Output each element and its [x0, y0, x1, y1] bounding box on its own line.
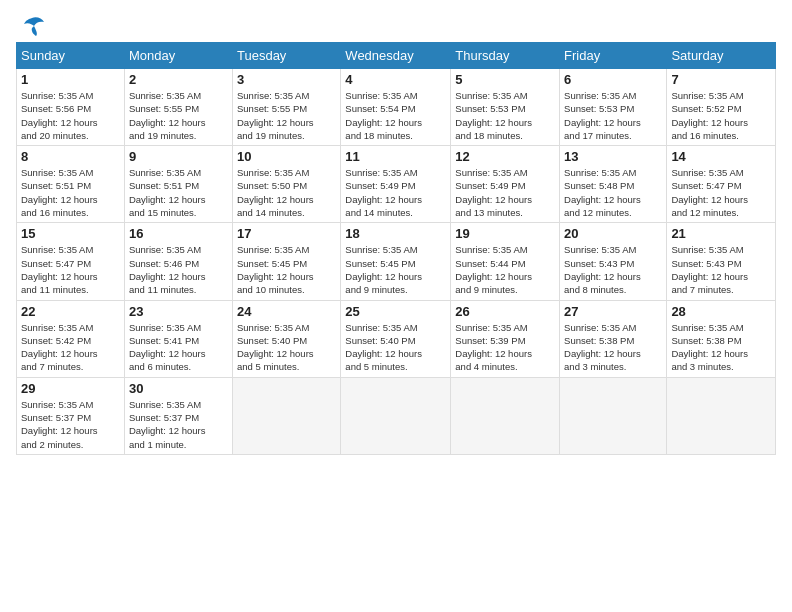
day-info: Sunrise: 5:35 AM Sunset: 5:45 PM Dayligh…	[345, 243, 446, 296]
logo	[16, 16, 46, 34]
day-info: Sunrise: 5:35 AM Sunset: 5:38 PM Dayligh…	[671, 321, 771, 374]
header-friday: Friday	[560, 43, 667, 69]
day-info: Sunrise: 5:35 AM Sunset: 5:37 PM Dayligh…	[21, 398, 120, 451]
day-number: 14	[671, 149, 771, 164]
header-sunday: Sunday	[17, 43, 125, 69]
day-info: Sunrise: 5:35 AM Sunset: 5:49 PM Dayligh…	[345, 166, 446, 219]
day-number: 3	[237, 72, 336, 87]
day-number: 20	[564, 226, 662, 241]
day-info: Sunrise: 5:35 AM Sunset: 5:39 PM Dayligh…	[455, 321, 555, 374]
day-number: 18	[345, 226, 446, 241]
day-cell: 29Sunrise: 5:35 AM Sunset: 5:37 PM Dayli…	[17, 377, 125, 454]
day-number: 21	[671, 226, 771, 241]
day-cell: 26Sunrise: 5:35 AM Sunset: 5:39 PM Dayli…	[451, 300, 560, 377]
day-cell: 27Sunrise: 5:35 AM Sunset: 5:38 PM Dayli…	[560, 300, 667, 377]
day-cell: 11Sunrise: 5:35 AM Sunset: 5:49 PM Dayli…	[341, 146, 451, 223]
day-number: 15	[21, 226, 120, 241]
day-number: 26	[455, 304, 555, 319]
day-cell: 14Sunrise: 5:35 AM Sunset: 5:47 PM Dayli…	[667, 146, 776, 223]
day-cell: 9Sunrise: 5:35 AM Sunset: 5:51 PM Daylig…	[124, 146, 232, 223]
day-info: Sunrise: 5:35 AM Sunset: 5:45 PM Dayligh…	[237, 243, 336, 296]
day-cell: 16Sunrise: 5:35 AM Sunset: 5:46 PM Dayli…	[124, 223, 232, 300]
day-cell: 13Sunrise: 5:35 AM Sunset: 5:48 PM Dayli…	[560, 146, 667, 223]
day-cell: 19Sunrise: 5:35 AM Sunset: 5:44 PM Dayli…	[451, 223, 560, 300]
week-row-1: 1Sunrise: 5:35 AM Sunset: 5:56 PM Daylig…	[17, 69, 776, 146]
day-cell: 3Sunrise: 5:35 AM Sunset: 5:55 PM Daylig…	[232, 69, 340, 146]
day-cell: 10Sunrise: 5:35 AM Sunset: 5:50 PM Dayli…	[232, 146, 340, 223]
day-number: 10	[237, 149, 336, 164]
day-cell	[232, 377, 340, 454]
day-number: 23	[129, 304, 228, 319]
logo-bird-icon	[18, 16, 46, 38]
day-info: Sunrise: 5:35 AM Sunset: 5:52 PM Dayligh…	[671, 89, 771, 142]
day-number: 8	[21, 149, 120, 164]
day-cell: 5Sunrise: 5:35 AM Sunset: 5:53 PM Daylig…	[451, 69, 560, 146]
day-cell: 28Sunrise: 5:35 AM Sunset: 5:38 PM Dayli…	[667, 300, 776, 377]
day-cell: 24Sunrise: 5:35 AM Sunset: 5:40 PM Dayli…	[232, 300, 340, 377]
day-info: Sunrise: 5:35 AM Sunset: 5:53 PM Dayligh…	[564, 89, 662, 142]
day-number: 2	[129, 72, 228, 87]
day-number: 5	[455, 72, 555, 87]
day-info: Sunrise: 5:35 AM Sunset: 5:49 PM Dayligh…	[455, 166, 555, 219]
week-row-2: 8Sunrise: 5:35 AM Sunset: 5:51 PM Daylig…	[17, 146, 776, 223]
day-cell: 20Sunrise: 5:35 AM Sunset: 5:43 PM Dayli…	[560, 223, 667, 300]
day-info: Sunrise: 5:35 AM Sunset: 5:43 PM Dayligh…	[564, 243, 662, 296]
day-number: 4	[345, 72, 446, 87]
day-info: Sunrise: 5:35 AM Sunset: 5:47 PM Dayligh…	[671, 166, 771, 219]
day-cell: 25Sunrise: 5:35 AM Sunset: 5:40 PM Dayli…	[341, 300, 451, 377]
day-number: 11	[345, 149, 446, 164]
day-number: 6	[564, 72, 662, 87]
day-info: Sunrise: 5:35 AM Sunset: 5:37 PM Dayligh…	[129, 398, 228, 451]
header-saturday: Saturday	[667, 43, 776, 69]
day-number: 29	[21, 381, 120, 396]
header-tuesday: Tuesday	[232, 43, 340, 69]
header-wednesday: Wednesday	[341, 43, 451, 69]
day-info: Sunrise: 5:35 AM Sunset: 5:43 PM Dayligh…	[671, 243, 771, 296]
calendar-header-row: SundayMondayTuesdayWednesdayThursdayFrid…	[17, 43, 776, 69]
day-cell: 8Sunrise: 5:35 AM Sunset: 5:51 PM Daylig…	[17, 146, 125, 223]
day-cell: 2Sunrise: 5:35 AM Sunset: 5:55 PM Daylig…	[124, 69, 232, 146]
day-number: 25	[345, 304, 446, 319]
day-info: Sunrise: 5:35 AM Sunset: 5:51 PM Dayligh…	[21, 166, 120, 219]
day-cell: 4Sunrise: 5:35 AM Sunset: 5:54 PM Daylig…	[341, 69, 451, 146]
day-cell: 17Sunrise: 5:35 AM Sunset: 5:45 PM Dayli…	[232, 223, 340, 300]
day-info: Sunrise: 5:35 AM Sunset: 5:46 PM Dayligh…	[129, 243, 228, 296]
day-info: Sunrise: 5:35 AM Sunset: 5:55 PM Dayligh…	[237, 89, 336, 142]
day-number: 12	[455, 149, 555, 164]
day-cell	[667, 377, 776, 454]
week-row-4: 22Sunrise: 5:35 AM Sunset: 5:42 PM Dayli…	[17, 300, 776, 377]
week-row-5: 29Sunrise: 5:35 AM Sunset: 5:37 PM Dayli…	[17, 377, 776, 454]
header	[16, 16, 776, 34]
day-info: Sunrise: 5:35 AM Sunset: 5:50 PM Dayligh…	[237, 166, 336, 219]
day-cell: 21Sunrise: 5:35 AM Sunset: 5:43 PM Dayli…	[667, 223, 776, 300]
day-cell: 12Sunrise: 5:35 AM Sunset: 5:49 PM Dayli…	[451, 146, 560, 223]
day-number: 17	[237, 226, 336, 241]
day-cell: 6Sunrise: 5:35 AM Sunset: 5:53 PM Daylig…	[560, 69, 667, 146]
header-thursday: Thursday	[451, 43, 560, 69]
day-cell: 15Sunrise: 5:35 AM Sunset: 5:47 PM Dayli…	[17, 223, 125, 300]
day-number: 19	[455, 226, 555, 241]
day-number: 24	[237, 304, 336, 319]
day-info: Sunrise: 5:35 AM Sunset: 5:40 PM Dayligh…	[237, 321, 336, 374]
day-info: Sunrise: 5:35 AM Sunset: 5:55 PM Dayligh…	[129, 89, 228, 142]
day-number: 16	[129, 226, 228, 241]
day-info: Sunrise: 5:35 AM Sunset: 5:41 PM Dayligh…	[129, 321, 228, 374]
day-cell: 23Sunrise: 5:35 AM Sunset: 5:41 PM Dayli…	[124, 300, 232, 377]
day-info: Sunrise: 5:35 AM Sunset: 5:51 PM Dayligh…	[129, 166, 228, 219]
day-info: Sunrise: 5:35 AM Sunset: 5:38 PM Dayligh…	[564, 321, 662, 374]
day-number: 7	[671, 72, 771, 87]
day-number: 13	[564, 149, 662, 164]
day-cell: 1Sunrise: 5:35 AM Sunset: 5:56 PM Daylig…	[17, 69, 125, 146]
day-number: 1	[21, 72, 120, 87]
day-info: Sunrise: 5:35 AM Sunset: 5:44 PM Dayligh…	[455, 243, 555, 296]
day-number: 30	[129, 381, 228, 396]
day-number: 9	[129, 149, 228, 164]
day-number: 28	[671, 304, 771, 319]
day-number: 22	[21, 304, 120, 319]
week-row-3: 15Sunrise: 5:35 AM Sunset: 5:47 PM Dayli…	[17, 223, 776, 300]
day-info: Sunrise: 5:35 AM Sunset: 5:47 PM Dayligh…	[21, 243, 120, 296]
day-info: Sunrise: 5:35 AM Sunset: 5:42 PM Dayligh…	[21, 321, 120, 374]
day-cell	[560, 377, 667, 454]
day-number: 27	[564, 304, 662, 319]
day-info: Sunrise: 5:35 AM Sunset: 5:53 PM Dayligh…	[455, 89, 555, 142]
